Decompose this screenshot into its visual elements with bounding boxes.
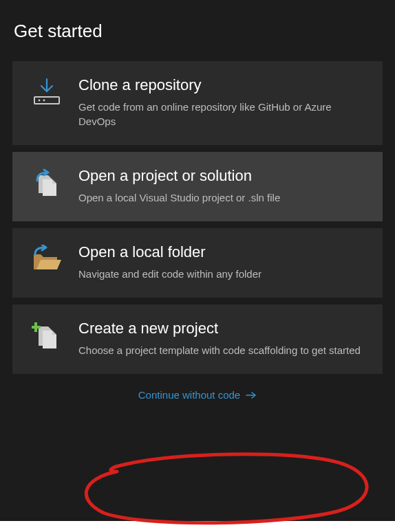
- create-project-desc: Choose a project template with code scaf…: [78, 343, 366, 357]
- open-folder-icon: [29, 243, 65, 272]
- continue-without-code-link[interactable]: Continue without code: [138, 389, 257, 401]
- svg-rect-1: [34, 97, 59, 104]
- open-project-card[interactable]: Open a project or solution Open a local …: [12, 152, 383, 221]
- open-folder-desc: Navigate and edit code within any folder: [78, 267, 366, 281]
- svg-point-3: [43, 100, 45, 102]
- svg-rect-5: [32, 326, 41, 329]
- open-project-desc: Open a local Visual Studio project or .s…: [78, 190, 366, 205]
- clone-repository-card[interactable]: Clone a repository Get code from an onli…: [12, 61, 383, 145]
- bottom-strip: [0, 521, 395, 532]
- annotation-circle: [76, 451, 378, 527]
- create-project-card[interactable]: Create a new project Choose a project te…: [12, 304, 383, 374]
- open-folder-title: Open a local folder: [78, 243, 366, 261]
- arrow-right-icon: [246, 390, 257, 400]
- open-project-icon: [29, 167, 65, 199]
- clone-repository-icon: [29, 76, 65, 108]
- svg-point-2: [39, 100, 41, 102]
- clone-repository-title: Clone a repository: [78, 76, 366, 94]
- create-project-title: Create a new project: [78, 320, 366, 337]
- clone-repository-desc: Get code from an online repository like …: [78, 100, 366, 129]
- page-title: Get started: [14, 21, 383, 42]
- continue-without-code-label: Continue without code: [138, 389, 240, 401]
- open-folder-card[interactable]: Open a local folder Navigate and edit co…: [12, 228, 383, 298]
- open-project-title: Open a project or solution: [78, 167, 366, 185]
- create-project-icon: [29, 320, 65, 351]
